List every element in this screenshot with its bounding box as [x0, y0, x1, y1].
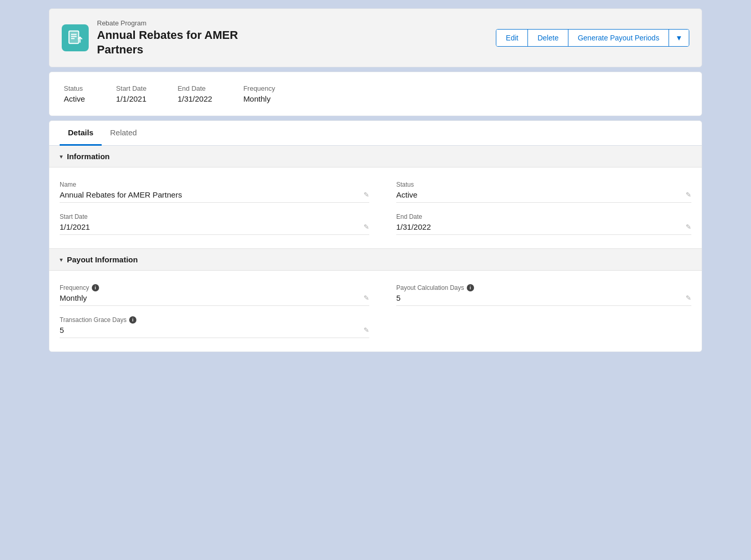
payout-information-section: ▾ Payout Information Frequency i Monthly…: [49, 248, 702, 352]
header-card: Rebate Program Annual Rebates for AMER P…: [49, 8, 702, 67]
header-title: Annual Rebates for AMER Partners: [97, 28, 238, 57]
frequency-label: Frequency i: [60, 284, 369, 291]
chevron-down-icon: ▼: [675, 34, 683, 42]
payout-calc-days-label: Payout Calculation Days i: [396, 284, 691, 291]
start-date-value-row: 1/1/2021 ✎: [60, 222, 369, 235]
end-date-label: End Date: [396, 213, 691, 220]
end-date-field-group: End Date 1/31/2022 ✎: [376, 208, 691, 240]
summary-frequency: Frequency Monthly: [243, 85, 275, 103]
summary-frequency-value: Monthly: [243, 94, 275, 103]
transaction-grace-days-info-icon[interactable]: i: [129, 316, 136, 324]
delete-button[interactable]: Delete: [528, 30, 568, 46]
summary-status: Status Active: [64, 85, 85, 103]
transaction-grace-days-label: Transaction Grace Days i: [60, 316, 369, 324]
information-section-title: Information: [67, 152, 110, 161]
payout-chevron-icon[interactable]: ▾: [60, 256, 63, 263]
header-subtitle: Rebate Program: [97, 19, 238, 27]
start-date-field-group: Start Date 1/1/2021 ✎: [60, 208, 376, 240]
start-date-label: Start Date: [60, 213, 369, 220]
empty-field-placeholder: [376, 311, 691, 343]
transaction-grace-days-value: 5: [60, 326, 64, 334]
rebate-program-icon: [62, 24, 89, 51]
svg-rect-0: [69, 31, 79, 44]
name-field-group: Name Annual Rebates for AMER Partners ✎: [60, 176, 376, 208]
end-date-edit-icon[interactable]: ✎: [686, 223, 691, 231]
summary-status-label: Status: [64, 85, 85, 92]
summary-start-date-value: 1/1/2021: [116, 94, 147, 103]
end-date-value-row: 1/31/2022 ✎: [396, 222, 691, 235]
name-label: Name: [60, 181, 369, 188]
summary-start-date: Start Date 1/1/2021: [116, 85, 147, 103]
payout-calc-days-value: 5: [396, 293, 400, 302]
tab-details[interactable]: Details: [60, 121, 102, 146]
tab-related[interactable]: Related: [102, 121, 145, 146]
status-label: Status: [396, 181, 691, 188]
payout-section-title: Payout Information: [67, 255, 138, 264]
payout-calc-days-value-row: 5 ✎: [396, 293, 691, 306]
status-edit-icon[interactable]: ✎: [686, 191, 691, 199]
header-actions: Edit Delete Generate Payout Periods ▼: [496, 29, 689, 47]
header-left: Rebate Program Annual Rebates for AMER P…: [62, 19, 238, 57]
information-section: ▾ Information Name Annual Rebates for AM…: [49, 146, 702, 248]
start-date-edit-icon[interactable]: ✎: [364, 223, 369, 231]
frequency-info-icon[interactable]: i: [92, 284, 99, 291]
frequency-value: Monthly: [60, 293, 87, 302]
edit-button[interactable]: Edit: [496, 30, 528, 46]
status-field-group: Status Active ✎: [376, 176, 691, 208]
status-value-row: Active ✎: [396, 190, 691, 203]
summary-card: Status Active Start Date 1/1/2021 End Da…: [49, 72, 702, 116]
name-value: Annual Rebates for AMER Partners: [60, 190, 182, 199]
end-date-value: 1/31/2022: [396, 222, 431, 231]
actions-dropdown-button[interactable]: ▼: [669, 30, 689, 46]
tabs-card: Details Related ▾ Information Name Annua…: [49, 120, 702, 352]
transaction-grace-days-field-group: Transaction Grace Days i 5 ✎: [60, 311, 376, 343]
summary-end-date-value: 1/31/2022: [177, 94, 212, 103]
information-fields-grid: Name Annual Rebates for AMER Partners ✎ …: [49, 167, 702, 248]
information-chevron-icon[interactable]: ▾: [60, 153, 63, 160]
name-value-row: Annual Rebates for AMER Partners ✎: [60, 190, 369, 203]
frequency-edit-icon[interactable]: ✎: [364, 294, 369, 302]
summary-end-date-label: End Date: [177, 85, 212, 92]
details-content: ▾ Information Name Annual Rebates for AM…: [49, 146, 702, 352]
information-section-header: ▾ Information: [49, 146, 702, 167]
summary-status-value: Active: [64, 94, 85, 103]
summary-end-date: End Date 1/31/2022: [177, 85, 212, 103]
start-date-value: 1/1/2021: [60, 222, 90, 231]
generate-payout-periods-button[interactable]: Generate Payout Periods: [568, 30, 669, 46]
tabs-navigation: Details Related: [49, 121, 702, 146]
payout-calc-days-edit-icon[interactable]: ✎: [686, 294, 691, 302]
status-value: Active: [396, 190, 418, 199]
payout-section-header: ▾ Payout Information: [49, 248, 702, 271]
summary-frequency-label: Frequency: [243, 85, 275, 92]
name-edit-icon[interactable]: ✎: [364, 191, 369, 199]
transaction-grace-days-edit-icon[interactable]: ✎: [364, 326, 369, 334]
summary-start-date-label: Start Date: [116, 85, 147, 92]
payout-fields-grid: Frequency i Monthly ✎ Payout Calculation…: [49, 271, 702, 352]
frequency-value-row: Monthly ✎: [60, 293, 369, 306]
frequency-field-group: Frequency i Monthly ✎: [60, 279, 376, 311]
payout-calc-days-info-icon[interactable]: i: [467, 284, 474, 291]
transaction-grace-days-value-row: 5 ✎: [60, 326, 369, 338]
header-title-group: Rebate Program Annual Rebates for AMER P…: [97, 19, 238, 57]
payout-calc-days-field-group: Payout Calculation Days i 5 ✎: [376, 279, 691, 311]
